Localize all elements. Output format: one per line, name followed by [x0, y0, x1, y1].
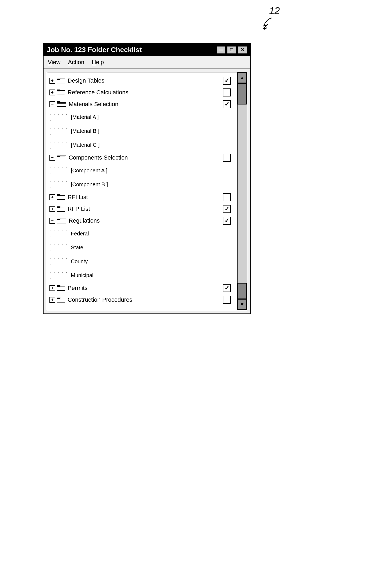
label-material-b: [Material B ] — [71, 128, 235, 134]
expand-components-selection[interactable]: − — [49, 155, 55, 161]
checkbox-area-permits: ✓ — [219, 284, 235, 292]
label-rfi-list: RFI List — [68, 194, 219, 201]
expand-permits[interactable]: + — [49, 285, 55, 291]
label-design-tables: Design Tables — [68, 77, 219, 84]
label-components-selection: Components Selection — [69, 154, 219, 161]
label-materials-selection: Materials Selection — [69, 101, 219, 108]
tree-item-material-a: · · · · · · [Material A ] — [49, 111, 235, 123]
scroll-down-button[interactable]: ▼ — [238, 299, 247, 310]
tree-item-design-tables: + Design Tables ✓ — [49, 76, 235, 86]
branch-lines-county: · · · · · · — [49, 255, 71, 268]
tree-item-permits: + Permits ✓ — [49, 283, 235, 293]
check-rfp: ✓ — [224, 206, 229, 212]
label-component-a: [Component A ] — [71, 168, 235, 174]
folder-closed-icon-construction — [57, 296, 65, 304]
tree-item-materials-selection: − Materials Selection ✓ — [49, 99, 235, 109]
check-permits: ✓ — [224, 285, 229, 292]
tree-item-reference-calculations: + Reference Calculations — [49, 87, 235, 98]
tree-item-material-c: · · · · · · [Material C ] — [49, 139, 235, 151]
checkbox-rfp-list[interactable]: ✓ — [223, 205, 231, 213]
branch-lines-material-b: · · · · · · — [49, 125, 71, 137]
content-area: + Design Tables ✓ + — [44, 69, 250, 313]
tree-item-rfp-list: + RFP List ✓ — [49, 204, 235, 214]
expand-rfp-list[interactable]: + — [49, 206, 55, 212]
checkbox-construction-procedures[interactable] — [223, 296, 231, 304]
tree-item-rfi-list: + RFI List — [49, 192, 235, 202]
branch-lines-material-c: · · · · · · — [49, 139, 71, 151]
title-bar: Job No. 123 Folder Checklist — □ ✕ — [44, 44, 250, 56]
checkbox-area-components — [219, 154, 235, 162]
label-federal: Federal — [71, 231, 235, 237]
folder-closed-icon-ref — [57, 89, 65, 96]
expand-materials-selection[interactable]: − — [49, 101, 55, 107]
folder-closed-icon-rfi — [57, 193, 65, 201]
tree-item-regulations: − Regulations ✓ — [49, 216, 235, 226]
expand-construction-procedures[interactable]: + — [49, 297, 55, 303]
label-construction-procedures: Construction Procedures — [68, 296, 219, 303]
branch-lines-component-b: · · · · · · — [49, 178, 71, 191]
maximize-button[interactable]: □ — [227, 46, 236, 54]
tree-item-component-a: · · · · · · [Component A ] — [49, 164, 235, 177]
checkbox-reference-calculations[interactable] — [223, 88, 231, 96]
folder-open-icon-regulations — [57, 217, 67, 224]
checkbox-area-design-tables: ✓ — [219, 77, 235, 85]
label-county: County — [71, 258, 235, 265]
checkbox-area-rfi — [219, 193, 235, 201]
ref-number: 12 — [269, 5, 280, 17]
checkbox-design-tables[interactable]: ✓ — [223, 77, 231, 85]
expand-reference-calculations[interactable]: + — [49, 90, 55, 95]
folder-open-icon-materials — [57, 100, 67, 108]
scroll-thumb-top[interactable] — [238, 83, 247, 104]
label-reference-calculations: Reference Calculations — [68, 89, 219, 96]
tree-item-components-selection: − Components Selection — [49, 153, 235, 163]
label-rfp-list: RFP List — [68, 206, 219, 212]
expand-regulations[interactable]: − — [49, 218, 55, 224]
checkbox-permits[interactable]: ✓ — [223, 284, 231, 292]
tree-item-material-b: · · · · · · [Material B ] — [49, 125, 235, 137]
minimize-button[interactable]: — — [216, 46, 226, 54]
tree-item-county: · · · · · · County — [49, 255, 235, 268]
label-component-b: [Component B ] — [71, 181, 235, 188]
scrollbar: ▲ ▼ — [238, 72, 247, 310]
checkbox-area-materials: ✓ — [219, 100, 235, 108]
scroll-up-button[interactable]: ▲ — [238, 72, 247, 83]
checkbox-area-regulations: ✓ — [219, 217, 235, 225]
branch-lines-component-a: · · · · · · — [49, 164, 71, 177]
checkbox-materials-selection[interactable]: ✓ — [223, 100, 231, 108]
checkbox-rfi-list[interactable] — [223, 193, 231, 201]
branch-lines-federal: · · · · · · — [49, 227, 71, 240]
folder-open-icon-components — [57, 154, 67, 161]
check-regulations: ✓ — [224, 217, 229, 224]
scroll-thumb-bottom[interactable] — [238, 283, 247, 299]
checkbox-regulations[interactable]: ✓ — [223, 217, 231, 225]
check-materials: ✓ — [224, 101, 229, 108]
tree-item-state: · · · · · · State — [49, 241, 235, 254]
label-regulations: Regulations — [69, 217, 219, 224]
branch-lines-state: · · · · · · — [49, 241, 71, 254]
tree-item-component-b: · · · · · · [Component B ] — [49, 178, 235, 191]
label-material-a: [Material A ] — [71, 114, 235, 120]
tree-item-federal: · · · · · · Federal — [49, 227, 235, 240]
label-material-c: [Material C ] — [71, 142, 235, 148]
label-municipal: Municipal — [71, 272, 235, 278]
menu-action[interactable]: Action — [68, 59, 84, 66]
expand-design-tables[interactable]: + — [49, 78, 55, 84]
menu-view[interactable]: View — [48, 59, 60, 66]
menu-help[interactable]: Help — [92, 59, 104, 66]
close-button[interactable]: ✕ — [238, 46, 247, 54]
menu-bar: View Action Help — [44, 56, 250, 69]
scroll-track — [238, 83, 247, 299]
branch-lines-material-a: · · · · · · — [49, 111, 71, 123]
tree-panel: + Design Tables ✓ + — [47, 72, 238, 310]
checkbox-area-reference — [219, 88, 235, 96]
tree-item-construction-procedures: + Construction Procedures — [49, 295, 235, 305]
checkbox-components-selection[interactable] — [223, 154, 231, 162]
window-title: Job No. 123 Folder Checklist — [47, 46, 142, 54]
expand-rfi-list[interactable]: + — [49, 194, 55, 200]
folder-closed-icon-permits — [57, 284, 65, 292]
annotation-area: 12 — [261, 5, 280, 30]
folder-closed-icon-rfp — [57, 205, 65, 213]
ref-arrow-icon — [261, 17, 277, 30]
tree-item-municipal: · · · · · · Municipal — [49, 269, 235, 281]
checkbox-area-rfp: ✓ — [219, 205, 235, 213]
